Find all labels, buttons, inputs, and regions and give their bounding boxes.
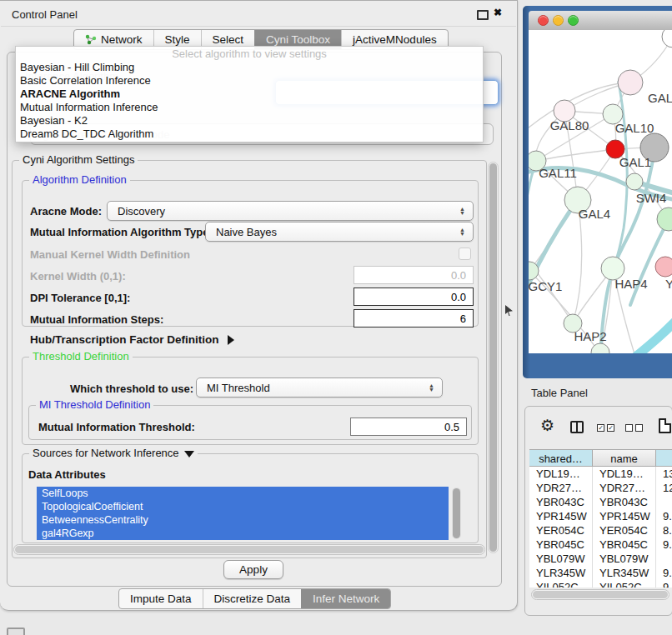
chevron-right-icon [228, 335, 234, 345]
algorithm-option-mutual-information-inference[interactable]: Mutual Information Inference [16, 101, 483, 114]
table-cell[interactable]: YDL19… [593, 467, 656, 481]
table-cell[interactable]: 9. [656, 580, 672, 588]
table-cell[interactable]: YPR145W [593, 509, 656, 523]
algorithm-option-bayesian-hill-climbing[interactable]: Bayesian - Hill Climbing [16, 61, 483, 74]
dpi-tolerance-field[interactable]: 0.0 [354, 288, 474, 306]
network-node-y[interactable] [655, 257, 672, 277]
table-row[interactable]: YBR043CYBR043C [529, 495, 672, 509]
bottom-tabbar: Impute DataDiscretize DataInfer Network [118, 588, 391, 609]
table-cell[interactable] [656, 495, 672, 509]
bottom-tab-infer-network[interactable]: Infer Network [301, 589, 390, 608]
apply-button[interactable]: Apply [223, 560, 283, 579]
table-cell[interactable]: YLR345W [593, 566, 656, 580]
manual-kernel-width-checkbox[interactable] [459, 248, 471, 260]
table-row[interactable]: YLR345WYLR345W9. [529, 566, 672, 580]
select-all-checkboxes-icon[interactable]: ✓✓ [597, 424, 614, 432]
table-cell[interactable]: YBR045C [529, 538, 593, 552]
table-cell[interactable]: YBL079W [529, 552, 593, 566]
float-window-icon[interactable] [477, 10, 489, 20]
table-cell[interactable]: 9. [656, 509, 672, 523]
which-threshold-combobox[interactable]: MI Threshold ▲▼ [196, 378, 443, 398]
data-attribute-gal4rgexp[interactable]: gal4RGexp [37, 527, 449, 540]
which-threshold-label: Which threshold to use: [70, 382, 193, 395]
minimize-traffic-light[interactable] [553, 15, 564, 26]
table-cell[interactable]: YBR043C [529, 495, 593, 509]
algorithm-option-aracne-algorithm[interactable]: ARACNE Algorithm [16, 88, 483, 101]
bottom-tab-impute-data[interactable]: Impute Data [119, 589, 203, 608]
sources-title[interactable]: Sources for Network Inference [29, 447, 198, 459]
docked-panel-chip[interactable] [7, 628, 25, 635]
table-cell[interactable]: YIL052C [529, 580, 593, 588]
network-view[interactable]: GALGAL80GAL10GAL1GAL11SWI4GAL4GCY1HAP4YH… [529, 30, 672, 353]
network-node-label-gal10: GAL10 [615, 121, 654, 135]
table-cell[interactable]: YBR043C [593, 495, 656, 509]
data-attribute-topologicalcoefficient[interactable]: TopologicalCoefficient [37, 500, 449, 513]
algorithm-option-basic-correlation-inference[interactable]: Basic Correlation Inference [16, 74, 483, 88]
table-row[interactable]: YDL19…YDL19…13 [529, 467, 672, 481]
network-node-label-gal4: GAL4 [579, 207, 610, 221]
close-icon[interactable]: ✖ [494, 7, 502, 18]
mi-algorithm-type-combobox[interactable]: Naive Bayes ▲▼ [205, 222, 474, 242]
kernel-width-field[interactable]: 0.0 [354, 266, 474, 284]
attributes-scrollbar[interactable] [452, 488, 461, 539]
network-node-label-hap2: HAP2 [574, 329, 606, 343]
table-cell[interactable]: 8. [656, 523, 672, 538]
data-attribute-betweennesscentrality[interactable]: BetweennessCentrality [37, 513, 449, 527]
algorithm-option-bayesian-k2[interactable]: Bayesian - K2 [16, 114, 483, 128]
table-cell[interactable]: 9. [656, 538, 672, 552]
algorithm-definition-title: Algorithm Definition [29, 173, 130, 186]
table-cell[interactable]: YLR345W [529, 566, 593, 580]
network-node[interactable] [662, 30, 672, 48]
table-row[interactable]: YIL052CYIL052C9. [529, 580, 672, 588]
network-node-gal[interactable] [618, 70, 643, 95]
network-edge-cyan [634, 303, 672, 353]
table-cell[interactable] [656, 552, 672, 566]
kernel-width-label: Kernel Width (0,1): [30, 270, 126, 282]
zoom-traffic-light[interactable] [568, 15, 579, 26]
table-row[interactable]: YDR27…YDR27…12 [529, 481, 672, 495]
table-row[interactable]: YBR045CYBR045C9. [529, 538, 672, 552]
deselect-all-checkboxes-icon[interactable] [625, 424, 643, 432]
table-cell[interactable]: 13 [656, 467, 672, 481]
column-header-name[interactable]: name [593, 449, 656, 467]
table-row[interactable]: YPR145WYPR145W9. [529, 509, 672, 523]
algorithm-option-dream8-dc-tdc-algorithm[interactable]: Dream8 DC_TDC Algorithm [16, 128, 483, 141]
sources-title-text: Sources for Network Inference [33, 447, 179, 459]
table-cell[interactable]: YDL19… [529, 467, 593, 481]
table-horizontal-scrollbar[interactable] [531, 589, 669, 600]
table-cell[interactable]: YDR27… [529, 481, 593, 495]
table-cell[interactable]: YPR145W [529, 509, 593, 523]
combo-arrows-icon: ▲▼ [459, 207, 465, 215]
settings-horizontal-scrollbar[interactable] [13, 544, 485, 555]
network-node-swi4[interactable] [626, 173, 643, 190]
column-header-shared[interactable]: shared… [529, 449, 593, 467]
document-icon[interactable] [659, 418, 671, 433]
table-cell[interactable]: YDR27… [593, 481, 656, 495]
table-row[interactable]: YBL079WYBL079W [529, 552, 672, 566]
hub-definition-toggle[interactable]: Hub/Transcription Factor Definition [30, 333, 234, 346]
table-cell[interactable]: YBL079W [593, 552, 656, 566]
node-table: shared…nameA YDL19…YDL19…13YDR27…YDR27…1… [529, 449, 672, 588]
column-header-a[interactable]: A [656, 449, 672, 467]
bottom-tab-discretize-data[interactable]: Discretize Data [203, 589, 302, 608]
mi-algorithm-type-value: Naive Bayes [216, 226, 277, 238]
settings-vertical-scrollbar[interactable] [488, 162, 499, 553]
split-columns-icon[interactable] [570, 421, 584, 433]
gear-icon[interactable]: ⚙ [540, 418, 554, 433]
table-cell[interactable]: 12 [656, 481, 672, 495]
which-threshold-value: MI Threshold [207, 382, 270, 394]
network-window-titlebar[interactable] [529, 11, 672, 31]
table-cell[interactable]: YBR045C [593, 538, 656, 552]
data-attribute-selfloops[interactable]: SelfLoops [37, 487, 449, 500]
table-row[interactable]: YER054CYER054C8. [529, 523, 672, 538]
network-node[interactable] [657, 208, 672, 231]
mi-threshold-field[interactable]: 0.5 [350, 418, 467, 436]
aracne-mode-combobox[interactable]: Discovery ▲▼ [107, 201, 474, 221]
table-cell[interactable]: YER054C [593, 523, 656, 538]
table-cell[interactable]: 9. [656, 566, 672, 580]
aracne-mode-value: Discovery [118, 205, 165, 218]
table-cell[interactable]: YIL052C [593, 580, 656, 588]
table-cell[interactable]: YER054C [529, 523, 593, 538]
mi-steps-field[interactable]: 6 [354, 309, 474, 328]
close-traffic-light[interactable] [538, 15, 549, 26]
